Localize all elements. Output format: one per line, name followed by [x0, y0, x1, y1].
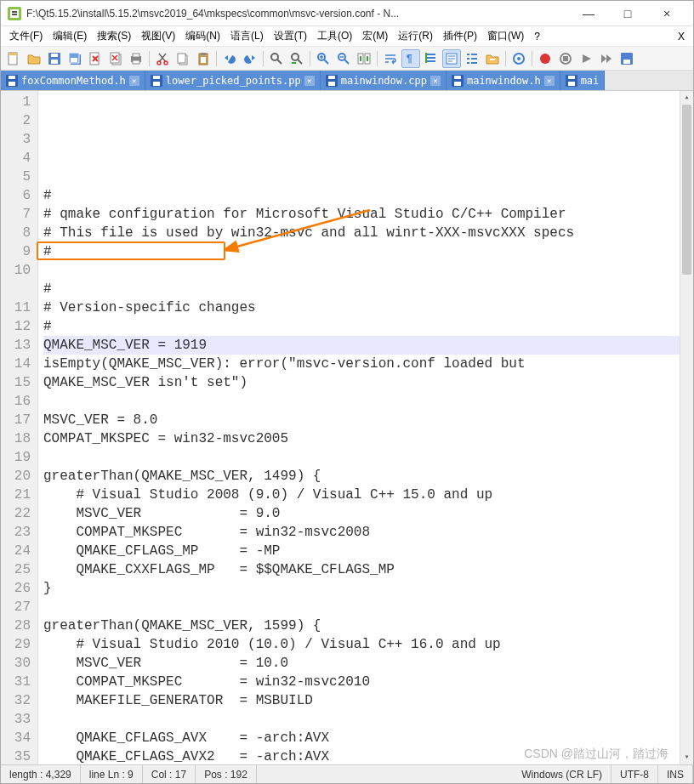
- stop-macro-button[interactable]: [556, 49, 575, 68]
- word-wrap-button[interactable]: [381, 49, 400, 68]
- code-line[interactable]: # Visual Studio 2008 (9.0) / Visual C++ …: [43, 486, 688, 504]
- minimize-button[interactable]: —: [569, 2, 608, 26]
- tab-item[interactable]: foxCommonMethod.h ×: [1, 71, 145, 90]
- code-line[interactable]: QMAKE_CFLAGS_AVX2 = -arch:AVX: [43, 747, 688, 764]
- save-button[interactable]: [45, 49, 64, 68]
- code-area[interactable]: ## qmake configuration for Microsoft Vis…: [38, 91, 693, 764]
- menu-edit[interactable]: 编辑(E): [48, 27, 92, 45]
- code-line[interactable]: # Version-specific changes: [43, 298, 688, 317]
- code-line[interactable]: #: [43, 280, 688, 298]
- sync-scroll-button[interactable]: [355, 49, 373, 68]
- close-button[interactable]: ×: [647, 2, 686, 26]
- open-file-button[interactable]: [25, 49, 43, 68]
- save-all-button[interactable]: [65, 49, 84, 68]
- code-line[interactable]: isEmpty(QMAKE_MSC_VER): error("msvc-vers…: [43, 355, 688, 373]
- menu-view[interactable]: 视图(V): [136, 27, 180, 45]
- show-all-chars-button[interactable]: ¶: [401, 49, 420, 68]
- code-line[interactable]: MSVC_VER = 10.0: [43, 654, 688, 673]
- code-line[interactable]: QMAKE_MSC_VER = 1919: [43, 336, 688, 355]
- monitor-file-button[interactable]: [509, 49, 528, 68]
- tab-item[interactable]: mainwindow.h ×: [447, 71, 560, 90]
- menu-language[interactable]: 语言(L): [225, 27, 269, 45]
- indent-guide-button[interactable]: [422, 49, 441, 68]
- menu-encoding[interactable]: 编码(N): [180, 27, 225, 45]
- scroll-down-icon[interactable]: ▾: [680, 751, 693, 764]
- tab-close-icon[interactable]: ×: [129, 76, 139, 86]
- doc-map-button[interactable]: [442, 49, 461, 68]
- line-number: 5: [3, 168, 31, 186]
- status-eol[interactable]: Windows (CR LF): [513, 765, 612, 783]
- close-all-button[interactable]: [106, 49, 125, 68]
- zoom-in-button[interactable]: [314, 49, 333, 68]
- paste-button[interactable]: [194, 49, 213, 68]
- code-line[interactable]: [43, 392, 688, 411]
- code-line[interactable]: MSVC_VER = 9.0: [43, 504, 688, 523]
- record-macro-button[interactable]: [536, 49, 555, 68]
- menu-plugins[interactable]: 插件(P): [438, 27, 482, 45]
- svg-rect-3: [12, 14, 17, 15]
- menu-tools[interactable]: 工具(O): [312, 27, 357, 45]
- zoom-out-button[interactable]: [334, 49, 353, 68]
- maximize-button[interactable]: □: [608, 2, 647, 26]
- code-line[interactable]: QMAKE_CFLAGS_MP = -MP: [43, 542, 688, 560]
- menu-window[interactable]: 窗口(W): [482, 27, 529, 45]
- tab-item[interactable]: mainwindow.cpp ×: [321, 71, 447, 90]
- print-button[interactable]: [127, 49, 145, 68]
- code-line[interactable]: }: [43, 579, 688, 598]
- menu-run[interactable]: 运行(R): [393, 27, 438, 45]
- tab-item[interactable]: mai: [560, 71, 606, 90]
- code-line[interactable]: MSVC_VER = 8.0: [43, 411, 688, 429]
- code-line[interactable]: #: [43, 242, 688, 261]
- menu-macro[interactable]: 宏(M): [357, 27, 393, 45]
- code-line[interactable]: QMAKE_CFLAGS_AVX = -arch:AVX: [43, 729, 688, 747]
- code-line[interactable]: [43, 598, 688, 616]
- line-number: 17: [3, 411, 31, 429]
- editor[interactable]: 1234567891011121314151617181920212223242…: [1, 91, 693, 764]
- code-line[interactable]: #: [43, 186, 688, 205]
- menu-search[interactable]: 搜索(S): [92, 27, 136, 45]
- svg-rect-2: [12, 11, 17, 13]
- code-line[interactable]: COMPAT_MKSPEC = win32-msvc2005: [43, 429, 688, 448]
- status-insert-mode[interactable]: INS: [658, 765, 693, 783]
- menu-close-x[interactable]: X: [673, 29, 690, 44]
- cut-button[interactable]: [153, 49, 172, 68]
- menu-file[interactable]: 文件(F): [4, 27, 48, 45]
- code-line[interactable]: greaterThan(QMAKE_MSC_VER, 1599) {: [43, 616, 688, 635]
- vertical-scrollbar[interactable]: ▴ ▾: [680, 91, 693, 764]
- code-line[interactable]: COMPAT_MKSPEC = win32-msvc2010: [43, 673, 688, 691]
- code-line[interactable]: [43, 710, 688, 729]
- code-line[interactable]: MAKEFILE_GENERATOR = MSBUILD: [43, 691, 688, 710]
- play-macro-button[interactable]: [577, 49, 595, 68]
- copy-button[interactable]: [174, 49, 192, 68]
- code-line[interactable]: #: [43, 317, 688, 336]
- status-encoding[interactable]: UTF-8: [612, 765, 658, 783]
- folder-tree-button[interactable]: [483, 49, 502, 68]
- svg-rect-48: [328, 82, 335, 86]
- scroll-thumb[interactable]: [682, 105, 691, 275]
- code-line[interactable]: QMAKE_CXXFLAGS_MP = $$QMAKE_CFLAGS_MP: [43, 560, 688, 579]
- tab-close-icon[interactable]: ×: [430, 76, 441, 86]
- redo-button[interactable]: [241, 49, 259, 68]
- code-line[interactable]: # This file is used by win32-msvc and al…: [43, 224, 688, 242]
- new-file-button[interactable]: [4, 49, 23, 68]
- save-macro-button[interactable]: [617, 49, 636, 68]
- tab-item[interactable]: lower_picked_points.pp ×: [145, 71, 321, 90]
- replace-button[interactable]: [287, 49, 306, 68]
- code-line[interactable]: COMPAT_MKSPEC = win32-msvc2008: [43, 523, 688, 542]
- menu-settings[interactable]: 设置(T): [269, 27, 312, 45]
- code-line[interactable]: [43, 448, 688, 467]
- code-line[interactable]: [43, 261, 688, 280]
- code-line[interactable]: QMAKE_MSC_VER isn't set"): [43, 373, 688, 392]
- find-button[interactable]: [267, 49, 286, 68]
- code-line[interactable]: greaterThan(QMAKE_MSC_VER, 1499) {: [43, 467, 688, 486]
- tab-close-icon[interactable]: ×: [304, 76, 315, 86]
- tab-close-icon[interactable]: ×: [544, 76, 555, 86]
- undo-button[interactable]: [220, 49, 239, 68]
- code-line[interactable]: # qmake configuration for Microsoft Visu…: [43, 205, 688, 224]
- menu-help[interactable]: ?: [529, 29, 545, 44]
- close-file-button[interactable]: [86, 49, 105, 68]
- play-multi-button[interactable]: [597, 49, 616, 68]
- code-line[interactable]: # Visual Studio 2010 (10.0) / Visual C++…: [43, 635, 688, 654]
- function-list-button[interactable]: [463, 49, 481, 68]
- scroll-up-icon[interactable]: ▴: [680, 91, 693, 105]
